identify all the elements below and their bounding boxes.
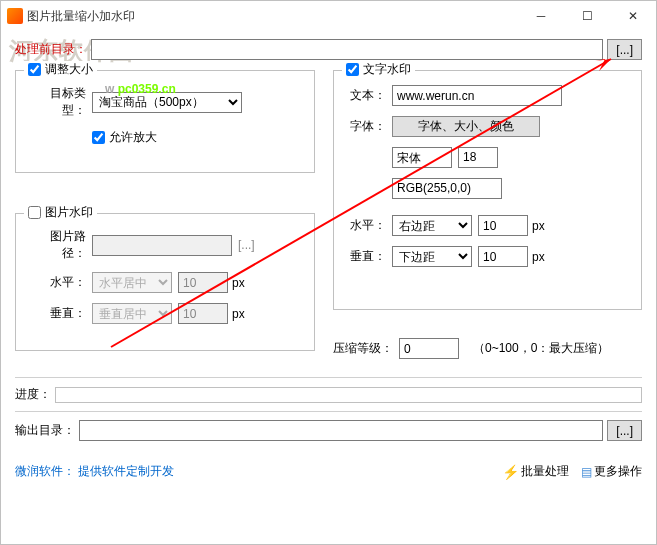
divider xyxy=(15,377,642,378)
img-v-px-field[interactable] xyxy=(178,303,228,324)
text-label: 文本： xyxy=(346,87,386,104)
allow-enlarge-label: 允许放大 xyxy=(109,129,157,146)
brand-link[interactable]: 微润软件： xyxy=(15,464,75,478)
divider xyxy=(15,411,642,412)
compress-label: 压缩等级： xyxy=(333,340,393,357)
font-label: 字体： xyxy=(346,118,386,135)
image-path-label: 图片路径： xyxy=(28,228,86,262)
window-title: 图片批量缩小加水印 xyxy=(27,8,518,25)
txt-h-select[interactable]: 右边距 xyxy=(392,215,472,236)
output-dir-label: 输出目录： xyxy=(15,422,75,439)
txt-h-label: 水平： xyxy=(346,217,386,234)
input-dir-browse-button[interactable]: [...] xyxy=(607,39,642,60)
progress-label: 进度： xyxy=(15,386,51,403)
image-path-browse-button[interactable]: [...] xyxy=(238,238,255,252)
resize-checkbox[interactable] xyxy=(28,63,41,76)
image-watermark-check-label: 图片水印 xyxy=(45,204,93,221)
more-operations-button[interactable]: ▤ 更多操作 xyxy=(581,463,642,480)
resize-check-label: 调整大小 xyxy=(45,61,93,78)
target-type-select[interactable]: 淘宝商品（500px） xyxy=(92,92,242,113)
text-watermark-checkbox[interactable] xyxy=(346,63,359,76)
img-h-select[interactable]: 水平居中 xyxy=(92,272,172,293)
progress-bar xyxy=(55,387,642,403)
batch-process-button[interactable]: ⚡ 批量处理 xyxy=(502,463,569,480)
img-h-label: 水平： xyxy=(28,274,86,291)
txt-v-unit: px xyxy=(532,250,545,264)
maximize-button[interactable]: ☐ xyxy=(564,1,610,31)
input-dir-label: 处理前目录： xyxy=(15,41,87,58)
img-v-unit: px xyxy=(232,307,245,321)
footer: 微润软件： 提供软件定制开发 ⚡ 批量处理 ▤ 更多操作 xyxy=(1,457,656,486)
font-color-display: RGB(255,0,0) xyxy=(392,178,502,199)
app-icon xyxy=(7,8,23,24)
allow-enlarge-checkbox[interactable] xyxy=(92,131,105,144)
output-dir-field[interactable] xyxy=(79,420,603,441)
img-v-label: 垂直： xyxy=(28,305,86,322)
minimize-button[interactable]: ─ xyxy=(518,1,564,31)
image-watermark-group: 图片水印 图片路径： [...] 水平： 水平居中 px 垂直： 垂直居中 xyxy=(15,213,315,351)
list-icon: ▤ xyxy=(581,465,592,479)
font-button[interactable]: 字体、大小、颜色 xyxy=(392,116,540,137)
txt-h-unit: px xyxy=(532,219,545,233)
input-dir-field[interactable] xyxy=(91,39,603,60)
img-v-select[interactable]: 垂直居中 xyxy=(92,303,172,324)
txt-v-select[interactable]: 下边距 xyxy=(392,246,472,267)
compress-hint: （0~100，0：最大压缩） xyxy=(473,340,609,357)
font-size-display: 18 xyxy=(458,147,498,168)
text-watermark-check-label: 文字水印 xyxy=(363,61,411,78)
target-type-label: 目标类型： xyxy=(28,85,86,119)
font-name-display: 宋体 xyxy=(392,147,452,168)
txt-v-label: 垂直： xyxy=(346,248,386,265)
resize-group: 调整大小 目标类型： 淘宝商品（500px） 允许放大 xyxy=(15,70,315,173)
compress-field[interactable] xyxy=(399,338,459,359)
img-h-unit: px xyxy=(232,276,245,290)
txt-v-px-field[interactable] xyxy=(478,246,528,267)
slogan-link[interactable]: 提供软件定制开发 xyxy=(78,464,174,478)
txt-h-px-field[interactable] xyxy=(478,215,528,236)
image-path-field[interactable] xyxy=(92,235,232,256)
titlebar: 图片批量缩小加水印 ─ ☐ ✕ xyxy=(1,1,656,31)
image-watermark-checkbox[interactable] xyxy=(28,206,41,219)
close-button[interactable]: ✕ xyxy=(610,1,656,31)
output-dir-browse-button[interactable]: [...] xyxy=(607,420,642,441)
text-field[interactable] xyxy=(392,85,562,106)
lightning-icon: ⚡ xyxy=(502,464,519,480)
img-h-px-field[interactable] xyxy=(178,272,228,293)
text-watermark-group: 文字水印 文本： 字体： 字体、大小、颜色 宋体 18 RGB(255,0,0) xyxy=(333,70,642,310)
